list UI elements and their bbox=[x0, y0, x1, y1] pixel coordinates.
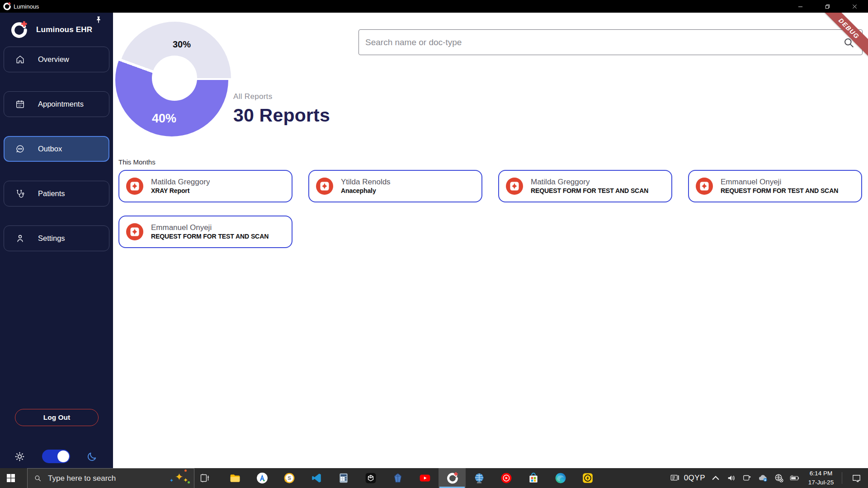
pdf-icon bbox=[316, 178, 333, 195]
internet-globe-icon bbox=[473, 472, 485, 484]
logout-button[interactable]: Log Out bbox=[15, 409, 99, 426]
coin-clock-icon: S bbox=[283, 472, 295, 484]
donut-hole bbox=[152, 56, 197, 101]
report-doc-type: Anacephaly bbox=[341, 187, 391, 196]
sidebar-item-label: Patients bbox=[38, 189, 65, 198]
sidebar-item-appointments[interactable]: Appointments bbox=[4, 91, 109, 117]
task-view-icon[interactable] bbox=[194, 468, 215, 488]
taskbar-apps: S bbox=[222, 468, 601, 488]
pdf-icon bbox=[696, 178, 713, 195]
clock-time: 6:14 PM bbox=[805, 469, 837, 478]
main-content: 30% 40% All Reports 30 Reports DEBUG Thi… bbox=[113, 13, 868, 468]
ime-indicator[interactable]: 0QYP bbox=[670, 473, 705, 483]
clock-date: 17-Jul-25 bbox=[805, 478, 837, 487]
taskbar-search[interactable]: Type here to search ✦✦✦ bbox=[27, 468, 194, 488]
theme-toggle[interactable] bbox=[42, 450, 70, 463]
moon-icon bbox=[86, 451, 98, 462]
youtube-icon bbox=[419, 472, 431, 484]
calendar-icon bbox=[15, 99, 25, 109]
close-button[interactable] bbox=[841, 0, 868, 13]
battery-charging-icon[interactable] bbox=[789, 473, 800, 483]
stethoscope-icon bbox=[15, 188, 25, 199]
all-reports-label: All Reports bbox=[233, 92, 330, 101]
chevron-up-icon[interactable] bbox=[710, 473, 721, 483]
taskbar-app-edge-icon[interactable] bbox=[547, 468, 574, 488]
screen-cast-icon[interactable] bbox=[742, 473, 753, 483]
person-icon bbox=[15, 233, 25, 244]
taskbar-app-internet-globe-icon[interactable] bbox=[466, 468, 493, 488]
sun-icon bbox=[14, 450, 26, 463]
taskbar-app-designer-app-icon[interactable] bbox=[249, 468, 276, 488]
section-title: This Months bbox=[118, 158, 156, 166]
taskbar-app-luminous-logo-icon[interactable] bbox=[439, 468, 466, 488]
taskbar-app-spaceship-icon[interactable] bbox=[384, 468, 411, 488]
microsoft-store-icon bbox=[528, 472, 539, 484]
taskbar-search-placeholder: Type here to search bbox=[48, 474, 116, 483]
taskbar-app-vscode-icon[interactable] bbox=[303, 468, 330, 488]
file-explorer-icon bbox=[229, 472, 241, 484]
window-title: Luminous bbox=[14, 3, 39, 10]
maximize-button[interactable] bbox=[814, 0, 841, 13]
report-patient-name: Emmanuel Onyeji bbox=[151, 223, 269, 232]
volume-icon[interactable] bbox=[726, 473, 737, 483]
youtube-music-icon bbox=[500, 472, 512, 484]
taskbar-app-power-app-icon[interactable] bbox=[574, 468, 601, 488]
sidebar-item-label: Overview bbox=[38, 55, 69, 64]
taskbar: Type here to search ✦✦✦ S 0QYP 6:14 PM 1… bbox=[0, 468, 868, 488]
unity-icon bbox=[365, 472, 377, 484]
app-logo-icon bbox=[3, 2, 11, 10]
sidebar-item-overview[interactable]: Overview bbox=[4, 47, 109, 72]
calculator-icon bbox=[338, 472, 349, 484]
sidebar-item-settings[interactable]: Settings bbox=[4, 225, 109, 251]
reports-summary: All Reports 30 Reports bbox=[233, 92, 330, 126]
sidebar-item-label: Appointments bbox=[38, 100, 84, 108]
keyboard-ime-icon bbox=[670, 473, 680, 483]
luminous-logo-icon bbox=[446, 472, 458, 484]
sidebar-item-outbox[interactable]: Outbox bbox=[4, 136, 109, 162]
sidebar-item-patients[interactable]: Patients bbox=[4, 181, 109, 206]
vscode-icon bbox=[311, 472, 322, 484]
taskbar-app-file-explorer-icon[interactable] bbox=[222, 468, 249, 488]
card-text: Emmanuel Onyeji REQUEST FORM FOR TEST AN… bbox=[721, 177, 838, 196]
taskbar-clock[interactable]: 6:14 PM 17-Jul-25 bbox=[805, 469, 837, 487]
report-doc-type: XRAY Report bbox=[151, 187, 210, 196]
report-patient-name: Matilda Greggory bbox=[531, 177, 648, 187]
report-search-input[interactable] bbox=[359, 30, 862, 55]
theme-row bbox=[14, 447, 98, 465]
no-internet-icon[interactable] bbox=[774, 473, 784, 483]
start-button[interactable] bbox=[0, 468, 22, 488]
card-text: Matilda Greggory XRAY Report bbox=[151, 177, 210, 196]
report-doc-type: REQUEST FORM FOR TEST AND SCAN bbox=[151, 232, 269, 241]
report-card[interactable]: Ytilda Renolds Anacephaly bbox=[308, 170, 482, 202]
taskbar-app-calculator-icon[interactable] bbox=[330, 468, 357, 488]
report-card[interactable]: Matilda Greggory REQUEST FORM FOR TEST A… bbox=[498, 170, 672, 202]
pdf-icon bbox=[506, 178, 523, 195]
toggle-knob bbox=[57, 450, 69, 462]
onedrive-sync-icon[interactable] bbox=[758, 473, 769, 483]
taskbar-app-youtube-icon[interactable] bbox=[411, 468, 439, 488]
report-patient-name: Ytilda Renolds bbox=[341, 177, 391, 187]
minimize-button[interactable] bbox=[787, 0, 814, 13]
report-card[interactable]: Emmanuel Onyeji REQUEST FORM FOR TEST AN… bbox=[118, 216, 292, 248]
edge-icon bbox=[555, 472, 566, 484]
sidebar: Luminous EHR Overview Appointments Outbo… bbox=[0, 13, 113, 468]
taskbar-app-microsoft-store-icon[interactable] bbox=[520, 468, 547, 488]
pin-icon[interactable] bbox=[94, 15, 105, 26]
brand-name: Luminous EHR bbox=[36, 25, 92, 34]
svg-text:S: S bbox=[288, 475, 291, 481]
notification-icon[interactable] bbox=[847, 468, 865, 488]
system-tray: 0QYP 6:14 PM 17-Jul-25 bbox=[670, 468, 868, 488]
luminous-logo-icon bbox=[10, 21, 27, 38]
taskbar-app-coin-clock-icon[interactable]: S bbox=[276, 468, 303, 488]
taskbar-app-unity-icon[interactable] bbox=[357, 468, 384, 488]
card-text: Emmanuel Onyeji REQUEST FORM FOR TEST AN… bbox=[151, 223, 269, 241]
sidebar-nav: Overview Appointments Outbox Patients Se… bbox=[4, 47, 109, 270]
report-card[interactable]: Emmanuel Onyeji REQUEST FORM FOR TEST AN… bbox=[688, 170, 862, 202]
home-icon bbox=[15, 54, 25, 65]
report-cards: Matilda Greggory XRAY Report Ytilda Reno… bbox=[118, 170, 868, 248]
designer-app-icon bbox=[256, 472, 268, 484]
report-card[interactable]: Matilda Greggory XRAY Report bbox=[118, 170, 292, 202]
card-text: Matilda Greggory REQUEST FORM FOR TEST A… bbox=[531, 177, 648, 196]
report-search bbox=[359, 29, 863, 55]
taskbar-app-youtube-music-icon[interactable] bbox=[493, 468, 520, 488]
